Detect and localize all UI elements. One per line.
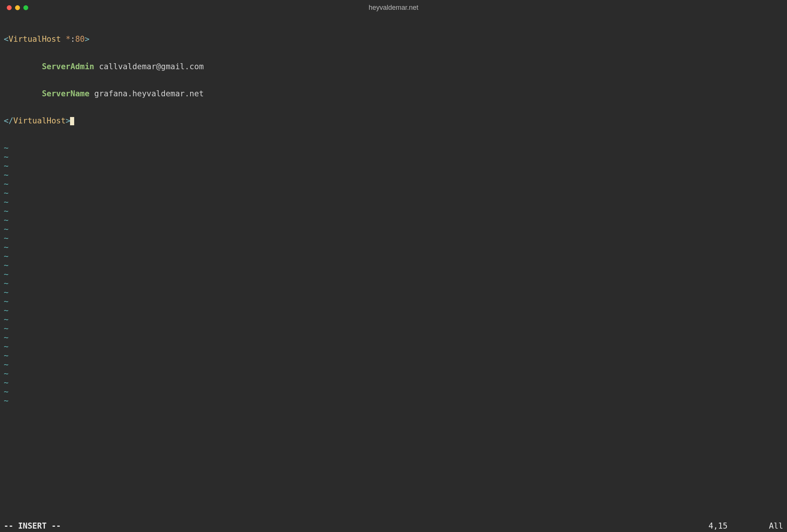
- directive: ServerAdmin: [42, 62, 94, 71]
- window-title: heyvaldemar.net: [369, 4, 418, 12]
- directive: ServerName: [42, 89, 89, 98]
- code-line: </VirtualHost>: [4, 116, 783, 125]
- angle-bracket: </: [4, 116, 13, 125]
- angle-bracket: >: [85, 35, 90, 44]
- wildcard: *: [66, 35, 70, 44]
- empty-line-marker: ~: [4, 315, 783, 324]
- empty-line-marker: ~: [4, 234, 783, 243]
- code-line: ServerAdmin callvaldemar@gmail.com: [4, 62, 783, 71]
- empty-line-marker: ~: [4, 216, 783, 225]
- scroll-percent: All: [769, 521, 783, 530]
- close-icon[interactable]: [7, 5, 12, 10]
- empty-line-marker: ~: [4, 270, 783, 279]
- angle-bracket: <: [4, 35, 9, 44]
- empty-line-marker: ~: [4, 387, 783, 396]
- cursor-position: 4,15: [708, 521, 728, 530]
- empty-line-marker: ~: [4, 378, 783, 387]
- empty-lines: ~~~~~~~~~~~~~~~~~~~~~~~~~~~~~: [4, 143, 783, 405]
- empty-line-marker: ~: [4, 252, 783, 261]
- empty-line-marker: ~: [4, 360, 783, 369]
- text-cursor: [70, 117, 74, 125]
- empty-line-marker: ~: [4, 351, 783, 360]
- empty-line-marker: ~: [4, 369, 783, 378]
- vim-mode: -- INSERT --: [4, 521, 61, 530]
- directive-value: grafana.heyvaldemar.net: [94, 89, 204, 98]
- code-line: ServerName grafana.heyvaldemar.net: [4, 89, 783, 98]
- empty-line-marker: ~: [4, 207, 783, 216]
- empty-line-marker: ~: [4, 161, 783, 170]
- titlebar: heyvaldemar.net: [0, 0, 787, 15]
- empty-line-marker: ~: [4, 324, 783, 333]
- empty-line-marker: ~: [4, 297, 783, 306]
- tag-name: VirtualHost: [13, 116, 66, 125]
- window-controls: [7, 5, 28, 10]
- empty-line-marker: ~: [4, 243, 783, 252]
- terminal-window: heyvaldemar.net <VirtualHost *:80> Serve…: [0, 0, 787, 532]
- maximize-icon[interactable]: [23, 5, 28, 10]
- empty-line-marker: ~: [4, 288, 783, 297]
- empty-line-marker: ~: [4, 179, 783, 188]
- empty-line-marker: ~: [4, 143, 783, 152]
- tag-name: VirtualHost: [9, 35, 61, 44]
- empty-line-marker: ~: [4, 152, 783, 161]
- minimize-icon[interactable]: [15, 5, 20, 10]
- empty-line-marker: ~: [4, 279, 783, 288]
- empty-line-marker: ~: [4, 396, 783, 405]
- empty-line-marker: ~: [4, 333, 783, 342]
- empty-line-marker: ~: [4, 261, 783, 270]
- code-line: <VirtualHost *:80>: [4, 35, 783, 44]
- empty-line-marker: ~: [4, 188, 783, 198]
- empty-line-marker: ~: [4, 342, 783, 351]
- empty-line-marker: ~: [4, 170, 783, 179]
- port-number: 80: [75, 35, 85, 44]
- status-bar: -- INSERT -- 4,15 All: [0, 521, 787, 532]
- empty-line-marker: ~: [4, 198, 783, 207]
- empty-line-marker: ~: [4, 225, 783, 234]
- editor-area[interactable]: <VirtualHost *:80> ServerAdmin callvalde…: [0, 15, 787, 521]
- directive-value: callvaldemar@gmail.com: [99, 62, 204, 71]
- empty-line-marker: ~: [4, 306, 783, 315]
